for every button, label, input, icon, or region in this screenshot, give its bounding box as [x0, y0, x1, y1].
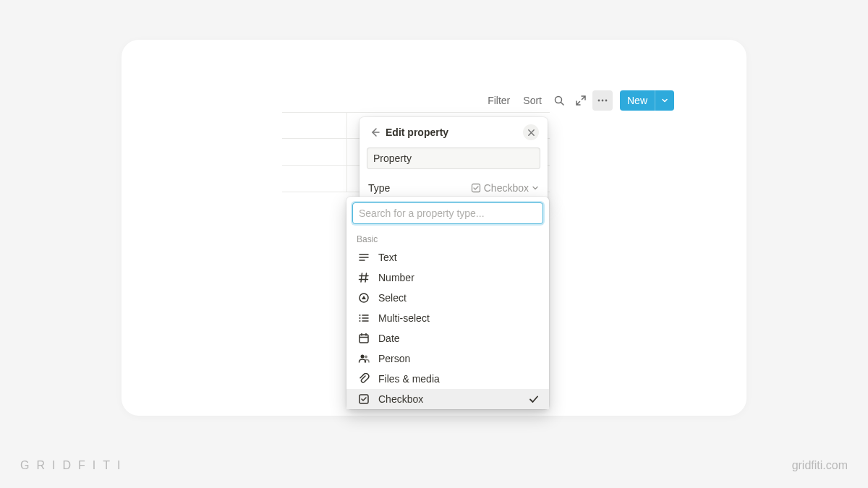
date-icon [357, 331, 371, 346]
panel-header: Edit property [359, 117, 548, 147]
files-icon [357, 372, 371, 386]
type-value-text: Checkbox [484, 182, 529, 194]
property-type-option[interactable]: Files & media [346, 369, 549, 389]
svg-point-4 [605, 100, 608, 102]
edit-property-panel: Edit property Type Checkbox [359, 117, 548, 201]
svg-line-1 [561, 103, 563, 106]
option-label: Number [378, 272, 539, 283]
back-arrow-icon[interactable] [367, 124, 383, 140]
property-type-option[interactable]: Number [346, 267, 549, 288]
property-name-input[interactable] [367, 147, 540, 169]
property-type-option[interactable]: Multi-select [346, 308, 549, 328]
close-icon[interactable] [523, 124, 539, 140]
option-label: Checkbox [378, 393, 529, 405]
new-button-label: New [620, 92, 655, 109]
checkbox-icon [471, 183, 481, 193]
brand-logo: GRIDFITI [20, 459, 127, 472]
svg-rect-21 [359, 335, 368, 343]
svg-point-26 [365, 356, 367, 359]
more-icon[interactable] [592, 90, 613, 111]
person-icon [357, 351, 371, 366]
property-type-option[interactable]: Date [346, 328, 549, 348]
text-icon [357, 250, 371, 265]
property-type-option[interactable]: Text [346, 247, 549, 267]
type-value[interactable]: Checkbox [471, 182, 539, 194]
property-type-dropdown: Basic TextNumberSelectMulti-selectDatePe… [346, 197, 549, 409]
property-type-option[interactable]: Select [346, 288, 549, 308]
brand-url: gridfiti.com [792, 459, 848, 472]
svg-point-2 [598, 100, 600, 102]
svg-rect-6 [472, 184, 480, 192]
chevron-down-icon [532, 184, 539, 192]
option-label: Person [378, 353, 539, 364]
filter-button[interactable]: Filter [482, 92, 516, 109]
expand-icon[interactable] [571, 90, 591, 111]
dropdown-options-list: TextNumberSelectMulti-selectDatePersonFi… [346, 247, 549, 409]
svg-point-20 [359, 320, 361, 322]
chevron-down-icon[interactable] [655, 90, 674, 111]
option-label: Files & media [378, 373, 539, 385]
dropdown-section-label: Basic [346, 230, 549, 247]
svg-line-10 [361, 273, 362, 282]
table-cell[interactable] [282, 166, 347, 192]
svg-point-25 [361, 355, 365, 359]
option-label: Multi-select [378, 312, 539, 324]
multiselect-icon [357, 311, 371, 325]
panel-title: Edit property [386, 127, 523, 138]
table-cell[interactable] [282, 139, 347, 165]
svg-line-11 [365, 273, 367, 282]
search-icon[interactable] [549, 90, 569, 111]
database-toolbar: Filter Sort New [482, 90, 674, 111]
table-cell[interactable] [282, 113, 347, 138]
checkbox-icon [357, 392, 371, 406]
type-label: Type [368, 182, 390, 194]
svg-point-19 [359, 317, 361, 319]
option-label: Date [378, 333, 539, 344]
checkmark-icon [529, 394, 539, 404]
new-button[interactable]: New [620, 90, 674, 111]
option-label: Text [378, 252, 539, 263]
sort-button[interactable]: Sort [517, 92, 548, 109]
property-type-option[interactable]: Checkbox [346, 389, 549, 409]
svg-point-3 [602, 100, 604, 102]
select-icon [357, 291, 371, 305]
option-label: Select [378, 292, 539, 304]
svg-point-18 [359, 314, 361, 316]
number-icon [357, 270, 371, 285]
property-type-search-input[interactable] [352, 202, 543, 224]
property-type-option[interactable]: Person [346, 348, 549, 369]
